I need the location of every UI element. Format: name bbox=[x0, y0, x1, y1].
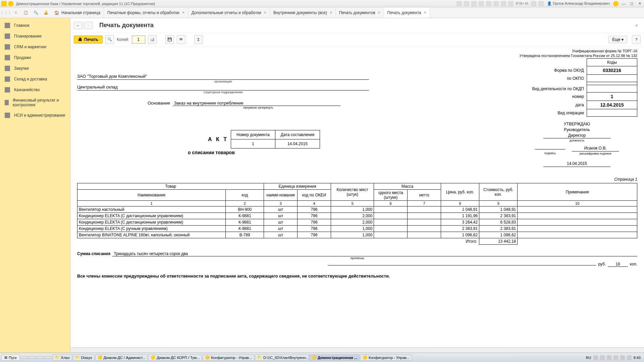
sum-caption: прописью bbox=[77, 256, 637, 260]
tab-print-forms[interactable]: Печатные формы, отчеты и обработки × bbox=[104, 7, 188, 18]
bell-icon[interactable]: 🔔 bbox=[42, 9, 50, 16]
info-icon[interactable] bbox=[613, 1, 619, 6]
tray-icon[interactable] bbox=[593, 355, 598, 360]
task-item[interactable]: 🟡Диаком-ДС КОРП / Тум... bbox=[148, 354, 202, 361]
sum-button[interactable]: Σ bbox=[194, 35, 203, 44]
main-toolbar: ⋮⋮⋮ ☆ 📋 🔍 🔔 🏠 Начальная страница Печатны… bbox=[0, 7, 644, 18]
cell-okei: 796 bbox=[298, 206, 331, 213]
start-button[interactable]: ⊞Пуск bbox=[1, 354, 20, 361]
sidebar-item-planning[interactable]: Планирование bbox=[0, 31, 70, 42]
print-button[interactable]: 🖶 Печать bbox=[74, 36, 103, 44]
cell-note bbox=[518, 213, 637, 219]
forward-button[interactable]: → bbox=[84, 22, 93, 29]
save-button[interactable]: 💾 bbox=[165, 35, 174, 44]
tray-icon[interactable] bbox=[613, 355, 618, 360]
maximize-button[interactable]: ◻ bbox=[629, 1, 635, 6]
task-item[interactable]: 🟡Конфигуратор - Управ... bbox=[203, 354, 254, 361]
close-icon[interactable]: × bbox=[182, 10, 184, 15]
tray-icon[interactable] bbox=[607, 355, 611, 360]
sidebar-item-sales[interactable]: Продажи bbox=[0, 52, 70, 63]
horizontal-scrollbar[interactable] bbox=[70, 347, 644, 353]
act-col-num: Номер документа bbox=[231, 130, 275, 139]
search-icon[interactable]: 🔍 bbox=[32, 9, 40, 16]
act-col-date: Дата составления bbox=[275, 130, 320, 139]
toolbar-icon[interactable] bbox=[508, 1, 514, 6]
toolbar-icon[interactable] bbox=[531, 1, 536, 6]
tray-icon[interactable] bbox=[600, 355, 605, 360]
close-icon[interactable]: × bbox=[378, 10, 380, 15]
tab-print-docs[interactable]: Печать документов × bbox=[336, 7, 384, 18]
apps-icon[interactable]: ⋮⋮⋮ bbox=[2, 9, 9, 16]
sidebar-item-treasury[interactable]: Казначейство bbox=[0, 84, 70, 95]
sidebar-item-crm[interactable]: CRM и маркетинг bbox=[0, 42, 70, 52]
close-icon[interactable]: × bbox=[264, 10, 266, 15]
bag-icon bbox=[5, 66, 10, 71]
toolbar-icon[interactable] bbox=[493, 1, 499, 6]
sidebar-item-main[interactable]: Главное bbox=[0, 20, 70, 31]
clock[interactable]: 9:43 bbox=[634, 356, 641, 360]
close-page-button[interactable]: × bbox=[635, 23, 641, 28]
sidebar-item-label: Главное bbox=[14, 23, 30, 28]
quicklaunch-icon[interactable] bbox=[20, 357, 28, 359]
tab-home[interactable]: 🏠 Начальная страница bbox=[52, 7, 104, 18]
app-logo-icon bbox=[1, 1, 7, 6]
sidebar-item-label: Склад и доставка bbox=[14, 77, 47, 81]
task-item[interactable]: 🟡Конфигуратор - Управ... bbox=[360, 354, 412, 361]
col-num: 8 bbox=[441, 201, 479, 206]
okdp-value bbox=[587, 85, 637, 93]
task-item[interactable]: 🟡Диаком-ДС / Админист... bbox=[95, 354, 148, 361]
cell-note bbox=[518, 232, 637, 238]
star-icon[interactable]: ☆ bbox=[12, 9, 19, 16]
task-item[interactable]: 📁Diasys bbox=[73, 354, 95, 361]
copies-input[interactable] bbox=[132, 36, 145, 44]
toolbar-icon[interactable] bbox=[457, 1, 462, 6]
sidebar-item-label: Планирование bbox=[14, 34, 42, 39]
close-icon[interactable]: × bbox=[330, 10, 332, 15]
app-menu-icon[interactable] bbox=[8, 1, 13, 6]
document-viewport[interactable]: ЗАО "Торговый дом Комплексный" организац… bbox=[70, 46, 644, 347]
tab-additional-reports[interactable]: Дополнительные отчеты и обработки × bbox=[188, 7, 270, 18]
form-line1: Унифицированная форма № ТОРГ-16 bbox=[436, 49, 637, 53]
tray-icon[interactable] bbox=[627, 355, 632, 360]
close-button[interactable]: ✕ bbox=[637, 1, 643, 6]
task-item[interactable]: 📁Хлан bbox=[53, 354, 72, 361]
menu-icon bbox=[5, 23, 10, 28]
help-button[interactable]: ? bbox=[632, 35, 641, 44]
tray-icon[interactable] bbox=[620, 355, 625, 360]
close-icon[interactable]: × bbox=[424, 10, 426, 15]
sidebar-item-finance[interactable]: Финансовый результат и контроллинг bbox=[0, 95, 70, 110]
back-button[interactable]: ← bbox=[74, 22, 83, 29]
print-button-label: Печать bbox=[84, 37, 98, 42]
cell-qty: 2,000 bbox=[331, 219, 374, 226]
toolbar-icon[interactable] bbox=[501, 1, 506, 6]
settings-button[interactable]: 📊 bbox=[148, 35, 157, 44]
lang-indicator[interactable]: RU bbox=[586, 356, 591, 360]
th-cost: Стоимость, руб. коп. bbox=[479, 183, 518, 201]
sidebar-item-admin[interactable]: НСИ и администрирование bbox=[0, 110, 70, 121]
task-item[interactable]: 📁D:\1С_82\Хлан\Внутренн... bbox=[255, 354, 309, 361]
preview-button[interactable]: 🔍 bbox=[105, 35, 114, 44]
minimize-button[interactable]: — bbox=[621, 1, 627, 6]
action-bar: 🖶 Печать 🔍 Копий: 📊 💾 ✉ Σ Еще ▾ ? bbox=[70, 33, 644, 46]
quicklaunch-icon[interactable] bbox=[29, 357, 36, 359]
toolbar-icon[interactable] bbox=[486, 1, 491, 6]
cell-mass-net bbox=[408, 206, 441, 213]
sidebar-item-purchases[interactable]: Закупки bbox=[0, 63, 70, 74]
clipboard-icon[interactable]: 📋 bbox=[22, 9, 30, 16]
tab-print-doc[interactable]: Печать документа × bbox=[384, 7, 430, 18]
toolbar-icon[interactable] bbox=[464, 1, 469, 6]
quicklaunch-icon[interactable] bbox=[45, 357, 52, 359]
window-title: Демонстрационная база / Управление торго… bbox=[16, 2, 457, 6]
tab-internal-docs[interactable]: Внутренние документы (все) × bbox=[270, 7, 336, 18]
toolbar-icon[interactable] bbox=[471, 1, 477, 6]
task-item-active[interactable]: 🟡Демонстрационная ... bbox=[309, 354, 360, 361]
toolbar-icon[interactable] bbox=[538, 1, 544, 6]
sidebar-item-warehouse[interactable]: Склад и доставка bbox=[0, 74, 70, 84]
more-button[interactable]: Еще ▾ bbox=[608, 36, 627, 43]
cell-price: 3 264,42 bbox=[441, 219, 479, 226]
sidebar-item-label: Продажи bbox=[14, 55, 31, 60]
toolbar-icon[interactable] bbox=[479, 1, 484, 6]
quicklaunch-icon[interactable] bbox=[37, 357, 44, 359]
cell-okei: 796 bbox=[298, 226, 331, 232]
email-button[interactable]: ✉ bbox=[177, 35, 185, 44]
